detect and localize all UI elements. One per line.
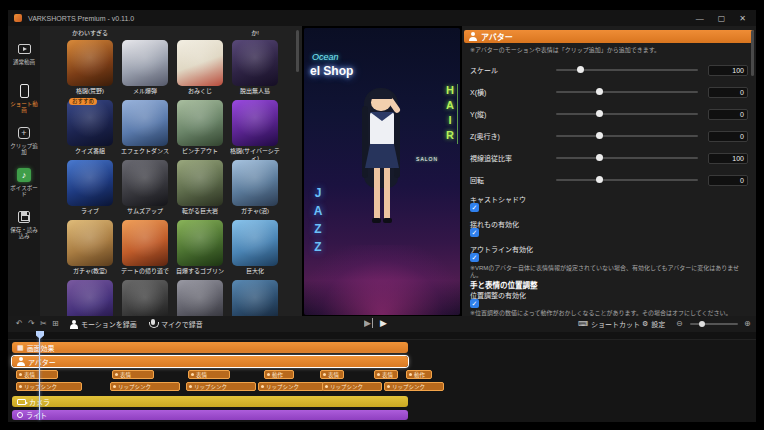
template-card[interactable]: 格闘(サイバーシティ) bbox=[230, 100, 280, 161]
motion-clip[interactable]: 動作 bbox=[406, 370, 432, 379]
physics-checkbox[interactable]: ✓ bbox=[470, 228, 479, 237]
slider-value-field[interactable]: 0 bbox=[708, 175, 748, 186]
track-screen-effects[interactable]: ▦ 画面効果 bbox=[12, 342, 408, 353]
track-avatar[interactable]: アバター bbox=[12, 356, 408, 367]
video-preview[interactable]: Ocean el Shop HAIR SALON JAZZ bbox=[304, 28, 460, 315]
slider-thumb[interactable] bbox=[577, 66, 584, 73]
sidebar-item-save-load[interactable]: 保存・読み込み bbox=[8, 208, 40, 239]
scale-slider[interactable] bbox=[556, 69, 698, 71]
position-adjust-checkbox[interactable]: ✓ bbox=[470, 299, 479, 308]
slider-label: 回転 bbox=[470, 175, 546, 185]
redo-icon[interactable]: ↷ bbox=[28, 319, 35, 328]
template-card[interactable]: ガチャ(教室) bbox=[65, 220, 115, 275]
template-card[interactable]: おみくじ bbox=[175, 40, 225, 95]
template-card[interactable] bbox=[65, 280, 115, 316]
slider-value-field[interactable]: 100 bbox=[708, 153, 748, 164]
record-motion-button[interactable]: モーションを録画 bbox=[70, 318, 137, 330]
lipsync-clip[interactable]: リップシンク bbox=[322, 382, 382, 391]
lipsync-clip[interactable]: リップシンク bbox=[16, 382, 82, 391]
expression-clip[interactable]: 表情 bbox=[320, 370, 344, 379]
sidebar-item-add-clip[interactable]: + クリップ追加 bbox=[8, 124, 40, 155]
sidebar-item-label: ショート動画 bbox=[8, 101, 40, 113]
lipsync-clip[interactable]: リップシンク bbox=[384, 382, 444, 391]
avatar-settings-panel: アバター ※アバターのモーションや表情は「クリップ追加」から追加できます。 スケ… bbox=[462, 26, 756, 316]
lipsync-clip[interactable]: リップシンク bbox=[186, 382, 256, 391]
template-title: サムズアップ bbox=[120, 208, 170, 215]
phone-icon bbox=[8, 82, 40, 99]
play-button[interactable]: ▶ bbox=[380, 318, 387, 328]
z-slider[interactable] bbox=[556, 135, 698, 137]
template-card[interactable]: おすすめ クイズ番組 bbox=[65, 100, 115, 161]
template-card[interactable] bbox=[230, 280, 280, 316]
template-card[interactable]: エフェクトダンス bbox=[120, 100, 170, 161]
slider-row-gaze: 視線追従比率 100 bbox=[470, 152, 748, 164]
slider-label: X(横) bbox=[470, 87, 546, 97]
timeline-zoom-slider[interactable] bbox=[690, 323, 738, 325]
maximize-button[interactable]: ▢ bbox=[718, 14, 726, 23]
template-card[interactable]: ライブ bbox=[65, 160, 115, 215]
slider-thumb[interactable] bbox=[596, 110, 603, 117]
track-camera[interactable]: カメラ bbox=[12, 396, 408, 407]
settings-button[interactable]: ⚙ 設定 bbox=[642, 318, 665, 330]
add-clip-icon[interactable]: ⊞ bbox=[52, 319, 59, 328]
record-mic-button[interactable]: マイクで録音 bbox=[148, 318, 203, 330]
playhead-line[interactable] bbox=[39, 332, 40, 420]
template-card[interactable]: 自爆するゴブリン bbox=[175, 220, 225, 275]
template-card[interactable]: 脱出無人島 bbox=[230, 40, 280, 95]
expression-clip[interactable]: 表情 bbox=[112, 370, 154, 379]
template-card[interactable]: デートの帰り道で bbox=[120, 220, 170, 275]
avatar-skirt bbox=[365, 144, 399, 168]
zoom-slider-thumb[interactable] bbox=[699, 321, 705, 327]
step-forward-button[interactable]: ▶ bbox=[364, 318, 373, 328]
slider-value-field[interactable]: 0 bbox=[708, 87, 748, 98]
panel-scrollbar[interactable] bbox=[751, 30, 754, 76]
slider-value-field[interactable]: 0 bbox=[708, 131, 748, 142]
slider-label: 視線追従比率 bbox=[470, 153, 546, 163]
zoom-out-icon[interactable]: ⊖ bbox=[676, 319, 683, 328]
lipsync-clip[interactable]: リップシンク bbox=[110, 382, 180, 391]
y-slider[interactable] bbox=[556, 113, 698, 115]
slider-thumb[interactable] bbox=[596, 132, 603, 139]
slider-thumb[interactable] bbox=[596, 88, 603, 95]
slider-thumb[interactable] bbox=[596, 176, 603, 183]
template-card[interactable]: メル爆弾 bbox=[120, 40, 170, 95]
lipsync-clip[interactable]: リップシンク bbox=[258, 382, 324, 391]
slider-thumb[interactable] bbox=[596, 154, 603, 161]
template-card[interactable]: ガチャ(沼) bbox=[230, 160, 280, 215]
sidebar-item-short-video[interactable]: ショート動画 bbox=[8, 82, 40, 113]
minimize-button[interactable]: — bbox=[696, 14, 704, 23]
x-slider[interactable] bbox=[556, 91, 698, 93]
template-row: ライブ サムズアップ 転がる巨大岩 ガチャ(沼) bbox=[65, 160, 280, 215]
avatar-bangs bbox=[369, 90, 393, 99]
template-card[interactable]: サムズアップ bbox=[120, 160, 170, 215]
expression-clip[interactable]: 表情 bbox=[374, 370, 398, 379]
sidebar-item-voiceboard[interactable]: ♪ ボイスボード bbox=[8, 166, 40, 197]
timeline-ruler[interactable] bbox=[8, 332, 756, 340]
slider-value-field[interactable]: 0 bbox=[708, 109, 748, 120]
cut-icon[interactable]: ✂ bbox=[40, 319, 47, 328]
outline-checkbox[interactable]: ✓ bbox=[470, 253, 479, 262]
check-icon: ✓ bbox=[472, 300, 478, 307]
panel-note-top: ※アバターのモーションや表情は「クリップ追加」から追加できます。 bbox=[470, 47, 748, 54]
avatar-shoe bbox=[383, 218, 392, 223]
close-button[interactable]: ✕ bbox=[739, 14, 746, 23]
shortcut-button[interactable]: ⌨ ショートカット bbox=[578, 318, 640, 330]
template-card[interactable]: ピンチアウト bbox=[175, 100, 225, 161]
template-card[interactable] bbox=[120, 280, 170, 316]
template-card[interactable] bbox=[175, 280, 225, 316]
rotation-slider[interactable] bbox=[556, 179, 698, 181]
library-scrollbar[interactable] bbox=[296, 30, 299, 72]
sidebar-item-normal-video[interactable]: 通常動画 bbox=[8, 40, 40, 65]
undo-icon[interactable]: ↶ bbox=[16, 319, 23, 328]
template-card[interactable]: 転がる巨大岩 bbox=[175, 160, 225, 215]
expression-clip[interactable]: 表情 bbox=[16, 370, 58, 379]
expression-clip[interactable]: 表情 bbox=[188, 370, 230, 379]
template-card[interactable]: 格闘(荒野) bbox=[65, 40, 115, 95]
zoom-in-icon[interactable]: ⊕ bbox=[744, 319, 751, 328]
gaze-follow-slider[interactable] bbox=[556, 157, 698, 159]
template-card[interactable]: 巨大化 bbox=[230, 220, 280, 275]
track-light[interactable]: ライト bbox=[12, 410, 408, 420]
cast-shadow-checkbox[interactable]: ✓ bbox=[470, 203, 479, 212]
motion-clip[interactable]: 動作 bbox=[264, 370, 294, 379]
slider-value-field[interactable]: 100 bbox=[708, 65, 748, 76]
